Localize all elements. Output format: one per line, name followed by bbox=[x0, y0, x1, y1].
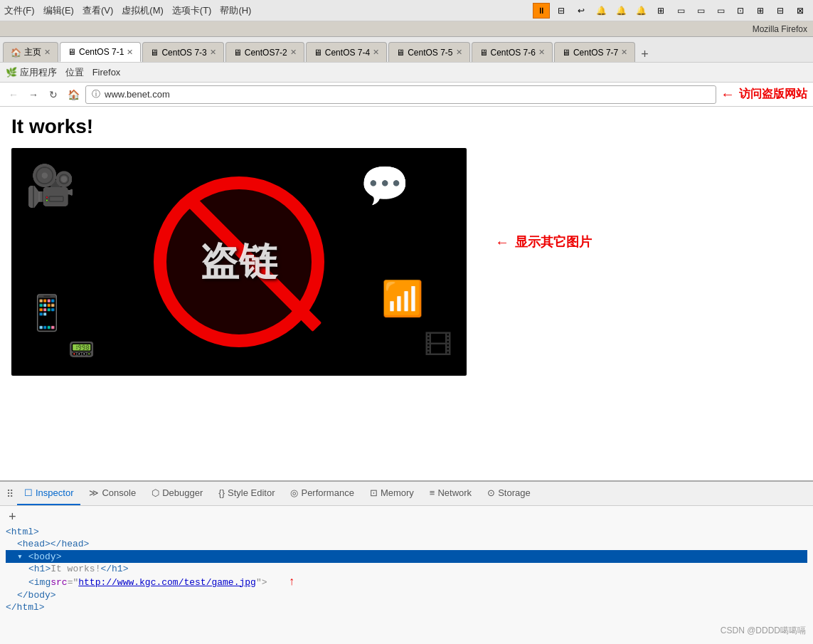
centos75-tab-label: CentOS 7-5 bbox=[408, 48, 452, 58]
tab-centos75[interactable]: 🖥 CentOS 7-5 ✕ bbox=[388, 42, 469, 62]
wifi-icon: 📶 bbox=[381, 279, 424, 319]
nav-location[interactable]: 位置 bbox=[65, 66, 84, 79]
menu-vm[interactable]: 虚拟机(M) bbox=[122, 4, 164, 17]
devtools-content: + <html> <head></head> ▾ <body> <h1>It w… bbox=[0, 506, 813, 644]
devtools-tab-memory[interactable]: ⊡ Memory bbox=[363, 482, 421, 505]
url-display[interactable]: www.benet.com bbox=[105, 89, 710, 100]
html-line-0: <html> bbox=[6, 526, 807, 538]
pause-button[interactable]: ⏸ bbox=[533, 3, 550, 19]
home-button[interactable]: 🏠 bbox=[65, 87, 81, 102]
home-tab-close[interactable]: ✕ bbox=[44, 48, 51, 57]
vm-icon-9[interactable]: ▭ bbox=[712, 3, 729, 19]
new-tab-button[interactable]: + bbox=[637, 47, 653, 62]
console-tab-icon: ≫ bbox=[89, 487, 99, 498]
tab-home[interactable]: 🏠 主页 ✕ bbox=[3, 42, 58, 62]
menu-edit[interactable]: 编辑(E) bbox=[43, 4, 74, 17]
inspector-tab-icon: ☐ bbox=[24, 487, 33, 498]
tab-centos76[interactable]: 🖥 CentOS 7-6 ✕ bbox=[472, 42, 553, 62]
devtools-panel: ⠿ ☐ Inspector ≫ Console ⬡ Debugger {} St… bbox=[0, 480, 813, 644]
storage-tab-label: Storage bbox=[498, 487, 531, 498]
memory-tab-icon: ⊡ bbox=[370, 487, 378, 498]
html-line-img: <img src="http://www.kgc.com/test/game.j… bbox=[6, 575, 807, 589]
centos73-tab-close[interactable]: ✕ bbox=[210, 48, 216, 57]
quote-close: "> bbox=[256, 577, 267, 588]
centos71-tab-icon: 🖥 bbox=[68, 47, 76, 57]
body-tag: ▾ <body> bbox=[17, 551, 61, 562]
html-line-body[interactable]: ▾ <body> bbox=[6, 550, 807, 563]
h1-close-tag: </h1> bbox=[100, 564, 128, 574]
browser-content: It works! 🎥 📱 📟 💬 📶 🎞 bbox=[0, 107, 813, 480]
centos75-tab-close[interactable]: ✕ bbox=[456, 48, 462, 57]
tab-centos72[interactable]: 🖥 CentOS7-2 ✕ bbox=[225, 42, 304, 62]
url-arrow-icon: ← bbox=[721, 86, 735, 102]
devtools-grip-icon[interactable]: ⠿ bbox=[4, 488, 16, 500]
nav-firefox[interactable]: Firefox bbox=[92, 67, 121, 78]
vm-icon-6[interactable]: ⊞ bbox=[652, 3, 669, 19]
piracy-image: 🎥 📱 📟 💬 📶 🎞 bbox=[11, 148, 467, 376]
vm-icon-2[interactable]: ↩ bbox=[573, 3, 590, 19]
vm-icon-4[interactable]: 🔔 bbox=[612, 3, 629, 19]
devtools-tab-debugger[interactable]: ⬡ Debugger bbox=[144, 482, 210, 505]
devtools-tab-inspector[interactable]: ☐ Inspector bbox=[17, 482, 80, 505]
security-icon: ⓘ bbox=[92, 88, 100, 100]
tab-centos74[interactable]: 🖥 CentOS 7-4 ✕ bbox=[306, 42, 387, 62]
tab-bar: 🏠 主页 ✕ 🖥 CentOS 7-1 ✕ 🖥 CentOS 7-3 ✕ 🖥 C… bbox=[0, 37, 813, 63]
body-close-tag: </body> bbox=[17, 590, 56, 601]
add-node-button[interactable]: + bbox=[6, 509, 807, 526]
back-button[interactable]: ← bbox=[6, 87, 21, 102]
centos76-tab-close[interactable]: ✕ bbox=[538, 48, 545, 57]
vm-icon-10[interactable]: ⊡ bbox=[732, 3, 749, 19]
vm-icon-8[interactable]: ▭ bbox=[692, 3, 709, 19]
chat-icon: 💬 bbox=[360, 162, 410, 209]
vm-icon-12[interactable]: ⊟ bbox=[772, 3, 789, 19]
centos74-tab-close[interactable]: ✕ bbox=[373, 48, 379, 57]
right-annotation-text: 显示其它图片 bbox=[515, 233, 592, 250]
vm-icon-5[interactable]: 🔔 bbox=[632, 3, 649, 19]
title-bar: Mozilla Firefox bbox=[0, 21, 813, 37]
menu-file[interactable]: 文件(F) bbox=[4, 4, 35, 17]
vm-icon-3[interactable]: 🔔 bbox=[593, 3, 610, 19]
centos72-tab-close[interactable]: ✕ bbox=[290, 48, 297, 57]
centos72-tab-label: CentOS7-2 bbox=[245, 48, 287, 58]
centos77-tab-icon: 🖥 bbox=[562, 48, 570, 58]
devtools-tab-storage[interactable]: ⊙ Storage bbox=[480, 482, 538, 505]
refresh-button[interactable]: ↻ bbox=[46, 87, 61, 102]
nav-apps-icon: 🌿 bbox=[6, 67, 17, 78]
tab-centos77[interactable]: 🖥 CentOS 7-7 ✕ bbox=[554, 42, 635, 62]
centos76-tab-label: CentOS 7-6 bbox=[491, 48, 536, 58]
devtools-tab-performance[interactable]: ◎ Performance bbox=[283, 482, 361, 505]
centos74-tab-icon: 🖥 bbox=[314, 48, 322, 58]
devtools-tab-console[interactable]: ≫ Console bbox=[82, 482, 143, 505]
centos72-tab-icon: 🖥 bbox=[233, 48, 242, 58]
address-bar: ← → ↻ 🏠 ⓘ www.benet.com ← 访问盗版网站 bbox=[0, 83, 813, 107]
img-src-value[interactable]: http://www.kgc.com/test/game.jpg bbox=[78, 577, 256, 588]
html-line-body-close: </body> bbox=[6, 589, 807, 601]
menu-view[interactable]: 查看(V) bbox=[83, 4, 113, 17]
url-box: ⓘ www.benet.com bbox=[85, 85, 716, 104]
vm-icon-11[interactable]: ⊞ bbox=[752, 3, 769, 19]
centos77-tab-close[interactable]: ✕ bbox=[621, 48, 627, 57]
vm-icon-1[interactable]: ⊟ bbox=[553, 3, 570, 19]
styleeditor-tab-label: Style Editor bbox=[228, 487, 275, 498]
html-line-h1: <h1>It works!</h1> bbox=[6, 563, 807, 575]
tab-centos71[interactable]: 🖥 CentOS 7-1 ✕ bbox=[60, 42, 141, 62]
menu-help[interactable]: 帮助(H) bbox=[220, 4, 251, 17]
debugger-tab-label: Debugger bbox=[162, 487, 203, 498]
window-title: Mozilla Firefox bbox=[753, 24, 807, 34]
right-annotation: ← 显示其它图片 bbox=[495, 148, 592, 250]
bottom-red-arrow-icon: ↑ bbox=[288, 576, 295, 588]
centos71-tab-close[interactable]: ✕ bbox=[127, 48, 133, 57]
centos74-tab-label: CentOS 7-4 bbox=[325, 48, 370, 58]
vm-icon-13[interactable]: ⊠ bbox=[792, 3, 809, 19]
devtools-tab-network[interactable]: ≡ Network bbox=[423, 482, 479, 505]
network-tab-label: Network bbox=[437, 487, 472, 498]
menu-tab[interactable]: 选项卡(T) bbox=[172, 4, 212, 17]
nav-applications[interactable]: 🌿 应用程序 bbox=[6, 66, 57, 79]
devtools-toolbar: ⠿ ☐ Inspector ≫ Console ⬡ Debugger {} St… bbox=[0, 482, 813, 506]
tab-centos73[interactable]: 🖥 CentOS 7-3 ✕ bbox=[142, 42, 223, 62]
csdn-watermark: CSDN @DDDD噶噶嗝 bbox=[721, 625, 806, 637]
centos71-tab-label: CentOS 7-1 bbox=[79, 47, 124, 57]
forward-button[interactable]: → bbox=[26, 87, 41, 102]
vm-icon-7[interactable]: ▭ bbox=[672, 3, 689, 19]
devtools-tab-styleeditor[interactable]: {} Style Editor bbox=[211, 482, 282, 505]
